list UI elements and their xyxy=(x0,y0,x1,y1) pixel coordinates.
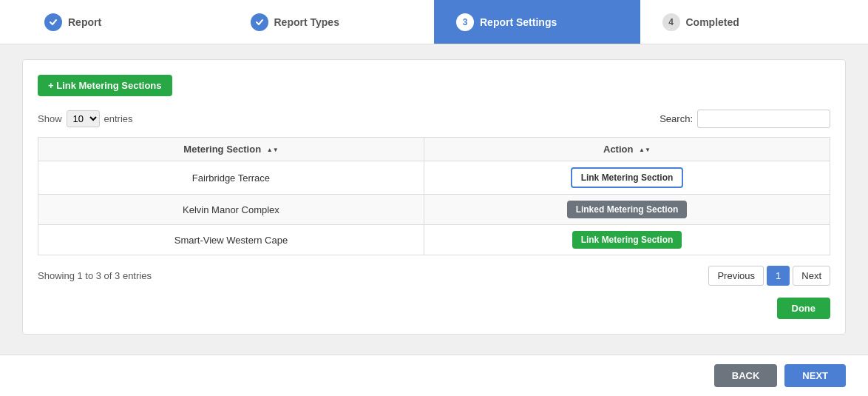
action-button-0[interactable]: Link Metering Section xyxy=(571,167,684,188)
step-label-report-types: Report Types xyxy=(274,16,339,28)
table-cell-action: Link Metering Section xyxy=(424,161,830,195)
sort-icon-metering: ▲▼ xyxy=(267,147,279,153)
pagination-row: Showing 1 to 3 of 3 entries Previous 1 N… xyxy=(38,266,830,286)
step-label-completed: Completed xyxy=(686,16,739,28)
page-1-button[interactable]: 1 xyxy=(767,266,790,286)
done-row: Done xyxy=(38,298,830,319)
metering-table: Metering Section ▲▼ Action ▲▼ Fairbridge… xyxy=(38,137,830,255)
step-icon-completed: 4 xyxy=(662,13,680,31)
prev-page-button[interactable]: Previous xyxy=(708,266,764,286)
search-input[interactable] xyxy=(697,110,830,128)
step-label-report-settings: Report Settings xyxy=(480,16,557,28)
wizard-step-completed[interactable]: 4 Completed xyxy=(640,0,847,44)
main-content: + Link Metering Sections Show 10 25 50 e… xyxy=(0,44,868,363)
wizard-step-report[interactable]: Report xyxy=(22,0,228,44)
wizard-step-report-settings[interactable]: 3 Report Settings xyxy=(434,0,640,44)
pagination-info: Showing 1 to 3 of 3 entries xyxy=(38,270,152,281)
show-label: Show xyxy=(38,113,62,124)
step-icon-report-settings: 3 xyxy=(456,13,474,31)
entries-label: entries xyxy=(104,113,133,124)
show-entries: Show 10 25 50 entries xyxy=(38,110,133,127)
action-button-1[interactable]: Linked Metering Section xyxy=(567,201,688,218)
col-header-metering-section[interactable]: Metering Section ▲▼ xyxy=(38,138,424,161)
search-label: Search: xyxy=(660,113,693,124)
table-cell-metering-section: Kelvin Manor Complex xyxy=(38,195,424,225)
table-controls: Show 10 25 50 entries Search: xyxy=(38,110,830,128)
sort-icon-action: ▲▼ xyxy=(639,147,651,153)
action-button-2[interactable]: Link Metering Section xyxy=(572,231,682,249)
wizard-header: Report Report Types 3 Report Settings 4 … xyxy=(0,0,868,44)
table-cell-action: Linked Metering Section xyxy=(424,195,830,225)
table-cell-metering-section: Smart-View Western Cape xyxy=(38,225,424,255)
step-label-report: Report xyxy=(68,16,101,28)
settings-card: + Link Metering Sections Show 10 25 50 e… xyxy=(22,59,846,335)
step-icon-report xyxy=(44,13,62,31)
done-button[interactable]: Done xyxy=(777,298,831,319)
step-icon-report-types xyxy=(251,13,268,31)
entries-select[interactable]: 10 25 50 xyxy=(67,110,100,127)
table-cell-action: Link Metering Section xyxy=(424,225,830,255)
footer-bar: BACK NEXT xyxy=(0,355,868,363)
table-cell-metering-section: Fairbridge Terrace xyxy=(38,161,424,195)
wizard-step-report-types[interactable]: Report Types xyxy=(228,0,435,44)
pagination-controls: Previous 1 Next xyxy=(708,266,830,286)
next-page-button[interactable]: Next xyxy=(793,266,830,286)
search-box: Search: xyxy=(660,110,830,128)
link-metering-button[interactable]: + Link Metering Sections xyxy=(38,75,172,96)
col-header-action[interactable]: Action ▲▼ xyxy=(424,138,830,161)
